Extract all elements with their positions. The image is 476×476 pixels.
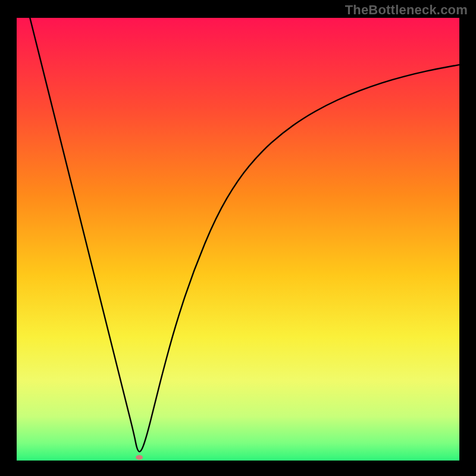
chart-container: TheBottleneck.com (0, 0, 476, 476)
bottleneck-chart (0, 0, 476, 476)
optimal-point-marker (136, 455, 143, 460)
plot-background (17, 18, 459, 461)
